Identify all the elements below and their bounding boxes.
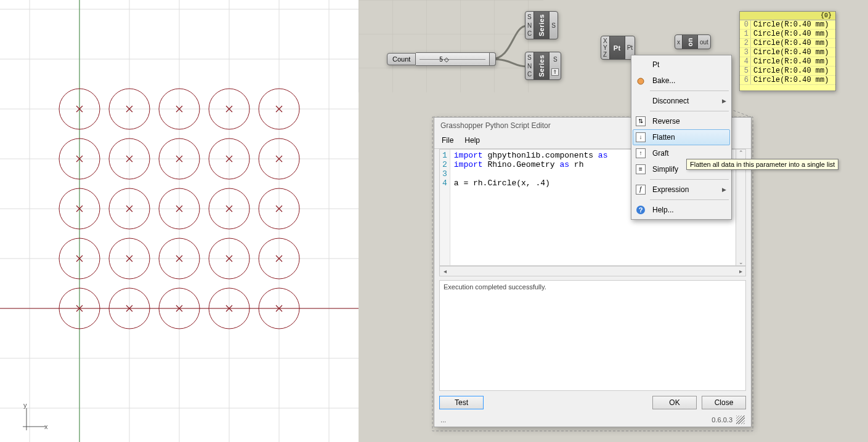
chevron-right-icon: ▶: [722, 187, 726, 193]
tooltip: Flatten all data in this parameter into …: [686, 159, 838, 170]
axis-indicator: y x: [23, 401, 48, 430]
panel-header: {0}: [740, 12, 835, 20]
grid: [0, 0, 359, 442]
ok-button[interactable]: OK: [652, 396, 697, 409]
expression-icon: ƒ: [634, 183, 647, 196]
svg-text:y: y: [23, 401, 27, 409]
line-gutter: 1234: [440, 150, 450, 265]
svg-rect-47: [359, 0, 543, 92]
panel-row: 6Circle(R:0.40 mm): [740, 76, 835, 85]
count-slider[interactable]: Count 5◇: [387, 52, 496, 66]
panel-row: 3Circle(R:0.40 mm): [740, 48, 835, 57]
resize-grip[interactable]: [736, 416, 745, 424]
port-n[interactable]: N: [527, 22, 532, 29]
output-pane: Execution completed successfully.: [439, 280, 746, 391]
port-s[interactable]: S: [527, 14, 532, 20]
ctx-flatten[interactable]: ↓Flatten: [633, 129, 730, 145]
version-label: 0.6.0.3: [712, 416, 732, 424]
ctx-expression[interactable]: ƒExpression▶: [633, 182, 730, 198]
graft-icon: ⇑: [551, 68, 559, 76]
canvas-grid: [359, 0, 543, 92]
panel-row: 5Circle(R:0.40 mm): [740, 66, 835, 76]
port-y[interactable]: Y: [603, 44, 607, 51]
panel-row: 2Circle(R:0.40 mm): [740, 39, 835, 48]
status-ellipsis: ...: [440, 416, 446, 424]
test-button[interactable]: Test: [439, 396, 484, 409]
series-component-1[interactable]: S N C Series S: [525, 11, 558, 39]
code-text[interactable]: import ghpythonlib.components as import …: [450, 150, 612, 265]
python-component[interactable]: x on out: [675, 34, 711, 49]
ctx-disconnect[interactable]: Disconnect▶: [633, 93, 730, 109]
port-z[interactable]: Z: [603, 51, 607, 58]
slider-label: Count: [387, 53, 416, 65]
ctx-bake[interactable]: Bake...: [633, 73, 730, 89]
series-component-2[interactable]: S N C Series S ⇑: [525, 52, 561, 80]
menu-file[interactable]: File: [442, 136, 453, 145]
component-name: on: [686, 38, 694, 46]
help-icon: ?: [634, 203, 647, 217]
component-name: Series: [538, 14, 545, 36]
grasshopper-canvas[interactable]: Count 5◇ S N C Series S S N C: [359, 0, 868, 442]
port-n[interactable]: N: [527, 63, 532, 70]
component-name: Pt: [614, 44, 621, 52]
ctx-reverse[interactable]: ⇅Reverse: [633, 113, 730, 129]
port-pt-out[interactable]: Pt: [627, 44, 633, 51]
port-s-out[interactable]: S: [553, 56, 558, 63]
reverse-icon: ⇅: [634, 115, 647, 128]
flatten-icon: ↓: [634, 131, 647, 144]
rhino-viewport[interactable]: y x: [0, 0, 359, 442]
panel-row: 4Circle(R:0.40 mm): [740, 57, 835, 66]
port-out[interactable]: out: [700, 39, 708, 46]
panel-row: 1Circle(R:0.40 mm): [740, 30, 835, 39]
menu-help[interactable]: Help: [464, 136, 480, 145]
port-c[interactable]: C: [527, 30, 532, 37]
bake-icon: [634, 74, 647, 87]
construct-point-component[interactable]: X Y Z Pt Pt: [601, 36, 635, 60]
svg-text:?: ?: [639, 206, 643, 214]
ctx-title: Pt: [633, 57, 730, 73]
svg-text:x: x: [44, 423, 48, 430]
horizontal-scrollbar[interactable]: ◂▸: [439, 266, 746, 276]
ctx-help[interactable]: ?Help...: [633, 202, 730, 218]
slider-track[interactable]: 5◇: [416, 52, 490, 66]
close-button[interactable]: Close: [702, 396, 746, 409]
component-name: Series: [538, 55, 545, 77]
port-x[interactable]: X: [603, 38, 607, 44]
simplify-icon: ≡: [634, 163, 647, 176]
chevron-right-icon: ▶: [722, 98, 726, 104]
svg-point-48: [638, 78, 644, 84]
port-x-in[interactable]: x: [677, 39, 680, 46]
port-s[interactable]: S: [527, 54, 532, 61]
slider-output[interactable]: [490, 52, 496, 66]
port-s-out[interactable]: S: [551, 22, 556, 29]
graft-icon: ↑: [634, 147, 647, 160]
output-panel[interactable]: {0} 0Circle(R:0.40 mm)1Circle(R:0.40 mm)…: [739, 11, 836, 91]
port-c[interactable]: C: [527, 71, 532, 78]
panel-row: 0Circle(R:0.40 mm): [740, 20, 835, 30]
context-menu[interactable]: Pt Bake... Disconnect▶ ⇅Reverse ↓Flatten…: [631, 55, 732, 220]
